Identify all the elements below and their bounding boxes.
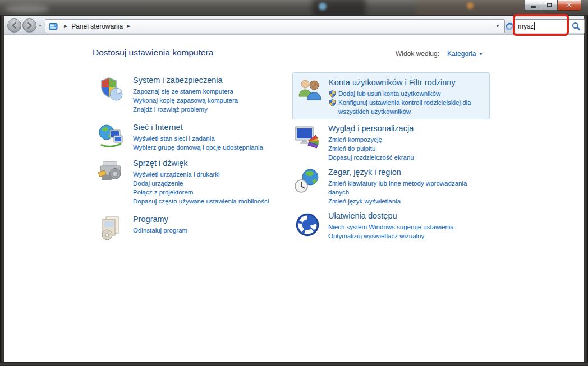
task-link[interactable]: Zmień klawiatury lub inne metody wprowad… — [328, 179, 480, 197]
close-button[interactable]: ✕ — [558, 0, 581, 11]
task-link[interactable]: Wybierz grupę domową i opcje udostępnian… — [133, 143, 297, 152]
minimize-button[interactable] — [525, 0, 541, 11]
task-link[interactable]: Dodaj urządzenie — [133, 179, 297, 188]
close-icon: ✕ — [567, 2, 572, 8]
control-panel-icon — [49, 22, 58, 31]
task-link-uac[interactable]: Konfiguruj ustawienia kontroli rodziciel… — [329, 98, 489, 116]
category-system-security: System i zabezpieczenia Zapoznaj się ze … — [98, 76, 288, 114]
view-by-dropdown[interactable]: Kategoria ▼ — [447, 50, 483, 58]
chevron-down-icon: ▼ — [479, 52, 483, 56]
appearance-monitor-icon[interactable] — [294, 124, 321, 151]
view-by-control: Widok według: Kategoria ▼ — [396, 50, 483, 58]
text-caret — [534, 22, 535, 30]
category-title[interactable]: Zegar, język i region — [328, 168, 480, 177]
category-title[interactable]: Programy — [133, 215, 297, 224]
uac-shield-icon — [329, 99, 336, 106]
category-title[interactable]: Sieć i Internet — [133, 123, 297, 132]
network-globe-icon[interactable] — [98, 123, 125, 150]
category-user-accounts-highlighted: Konta użytkowników i Filtr rodzinny Doda… — [292, 72, 490, 119]
clock-globe-icon[interactable] — [294, 168, 321, 194]
task-link[interactable]: Zapoznaj się ze stanem komputera — [133, 87, 297, 96]
background-blur — [319, 3, 327, 10]
minimize-icon — [531, 6, 536, 8]
category-hardware-sound: Sprzęt i dźwięk Wyświetl urządzenia i dr… — [98, 159, 288, 206]
search-icon[interactable] — [571, 21, 581, 31]
software-box-icon[interactable] — [98, 215, 125, 242]
background-blur — [4, 4, 49, 13]
breadcrumb-chevron-icon[interactable]: ▶ — [123, 24, 134, 29]
task-link-label: Konfiguruj ustawienia kontroli rodziciel… — [338, 99, 471, 115]
category-ease-of-access: Ułatwienia dostępu Niech system Windows … — [294, 211, 491, 240]
background-blur — [467, 2, 474, 9]
search-value: mysz — [518, 22, 534, 30]
printer-devices-icon[interactable] — [98, 159, 125, 186]
task-link[interactable]: Wykonaj kopię zapasową komputera — [133, 96, 297, 105]
task-link[interactable]: Znajdź i rozwiąż problemy — [133, 105, 297, 114]
window-border-bottom — [0, 362, 588, 366]
ease-of-access-icon[interactable] — [294, 211, 321, 238]
refresh-icon — [504, 21, 515, 32]
back-button[interactable] — [7, 18, 21, 33]
view-by-value: Kategoria — [447, 50, 476, 58]
category-title[interactable]: System i zabezpieczenia — [133, 76, 297, 85]
maximize-icon — [547, 3, 552, 7]
navigation-bar: ▼ ▶ Panel sterowania ▶ ▼ mysz — [4, 16, 584, 35]
task-link[interactable]: Połącz z projektorem — [133, 188, 297, 197]
task-link-label: Dodaj lub usuń konta użytkowników — [338, 90, 440, 97]
window-controls: ✕ — [525, 0, 581, 11]
task-link[interactable]: Odinstaluj program — [133, 226, 297, 235]
forward-arrow-icon — [26, 22, 33, 29]
task-link[interactable]: Dopasuj często używane ustawienia mobiln… — [133, 197, 297, 206]
uac-shield-icon — [329, 90, 336, 98]
search-input[interactable]: mysz — [514, 19, 585, 33]
task-link[interactable]: Dopasuj rozdzielczość ekranu — [328, 153, 497, 162]
view-by-label: Widok według: — [396, 50, 439, 58]
category-title[interactable]: Wygląd i personalizacja — [328, 124, 497, 133]
task-link[interactable]: Wyświetl stan sieci i zadania — [133, 134, 297, 143]
page-title: Dostosuj ustawienia komputera — [93, 48, 213, 58]
title-bar: ✕ — [0, 0, 588, 16]
category-appearance: Wygląd i personalizacja Zmień kompozycję… — [294, 124, 491, 162]
window-border-left — [0, 16, 4, 366]
window-border-right — [584, 16, 588, 366]
forward-button[interactable] — [22, 18, 36, 33]
task-link[interactable]: Optymalizuj wyświetlacz wizualny — [328, 231, 497, 240]
user-accounts-icon[interactable] — [297, 77, 324, 104]
task-link[interactable]: Zmień język wyświetlania — [328, 197, 480, 206]
category-title[interactable]: Sprzęt i dźwięk — [133, 159, 297, 168]
category-clock-language-region: Zegar, język i region Zmień klawiatury l… — [294, 168, 491, 206]
task-link[interactable]: Wyświetl urządzenia i drukarki — [133, 170, 297, 179]
recent-pages-dropdown[interactable]: ▼ — [38, 24, 42, 27]
maximize-button[interactable] — [541, 0, 558, 11]
task-link[interactable]: Zmień kompozycję — [328, 135, 497, 144]
category-programs: Programy Odinstaluj program — [98, 215, 288, 235]
security-shield-icon[interactable] — [98, 76, 125, 103]
category-title[interactable]: Konta użytkowników i Filtr rodzinny — [329, 78, 489, 87]
task-link[interactable]: Niech system Windows sugeruje ustawienia — [328, 223, 497, 231]
refresh-button[interactable] — [504, 21, 515, 32]
category-network-internet: Sieć i Internet Wyświetl stan sieci i za… — [98, 123, 288, 152]
category-title[interactable]: Ułatwienia dostępu — [328, 211, 497, 220]
task-link[interactable]: Zmień tło pulpitu — [328, 144, 497, 153]
breadcrumb-chevron-icon[interactable]: ▶ — [60, 24, 71, 29]
breadcrumb[interactable]: Panel sterowania — [71, 22, 123, 30]
address-bar[interactable]: ▶ Panel sterowania ▶ ▼ — [45, 19, 505, 33]
control-panel-window: ✕ ▼ ▶ Panel sterowania ▶ ▼ — [0, 0, 588, 366]
task-link-uac[interactable]: Dodaj lub usuń konta użytkowników — [329, 89, 489, 98]
back-arrow-icon — [11, 22, 18, 29]
control-panel-home: Dostosuj ustawienia komputera Widok wedł… — [4, 35, 584, 362]
address-dropdown-icon[interactable]: ▼ — [495, 24, 502, 29]
